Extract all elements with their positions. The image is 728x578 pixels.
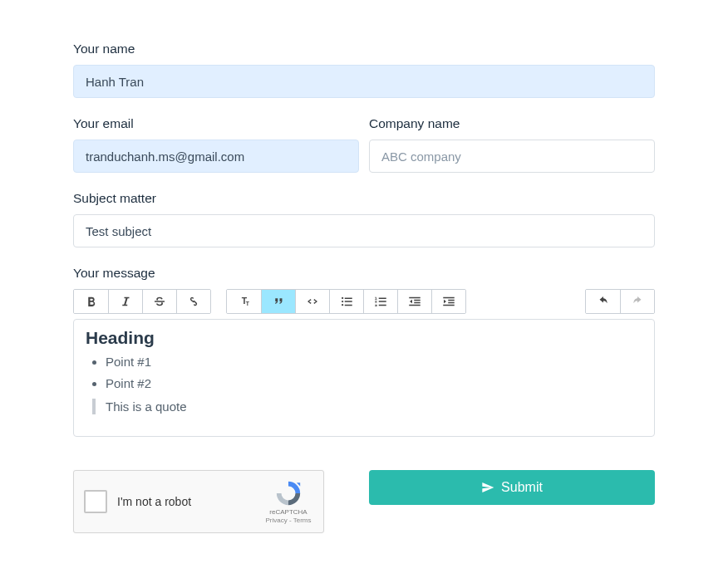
outdent-button[interactable] bbox=[397, 290, 431, 313]
strikethrough-button[interactable] bbox=[142, 290, 176, 313]
list-item: Point #1 bbox=[106, 351, 642, 373]
editor-heading: Heading bbox=[86, 328, 642, 348]
unordered-list-button[interactable] bbox=[329, 290, 363, 313]
name-label: Your name bbox=[73, 42, 655, 56]
email-input[interactable] bbox=[73, 140, 359, 173]
recaptcha-widget: I'm not a robot reCAPTCHA Privacy - Term… bbox=[73, 470, 324, 533]
name-input[interactable] bbox=[73, 65, 655, 98]
recaptcha-brand: reCAPTCHA Privacy - Terms bbox=[262, 479, 315, 524]
message-editor[interactable]: Heading Point #1 Point #2 This is a quot… bbox=[73, 319, 655, 437]
submit-button[interactable]: Submit bbox=[369, 470, 655, 505]
company-label: Company name bbox=[369, 116, 655, 131]
company-input[interactable] bbox=[369, 140, 655, 173]
recaptcha-checkbox[interactable] bbox=[84, 490, 107, 513]
editor-quote: This is a quote bbox=[92, 399, 642, 414]
undo-button[interactable] bbox=[586, 290, 620, 313]
quote-button[interactable] bbox=[261, 290, 295, 313]
indent-button[interactable] bbox=[431, 290, 465, 313]
link-button[interactable] bbox=[176, 290, 210, 313]
email-label: Your email bbox=[73, 116, 359, 131]
paper-plane-icon bbox=[481, 481, 494, 494]
code-button[interactable] bbox=[295, 290, 329, 313]
ordered-list-button[interactable] bbox=[363, 290, 397, 313]
message-label: Your message bbox=[73, 266, 655, 281]
recaptcha-label: I'm not a robot bbox=[117, 495, 262, 508]
subject-label: Subject matter bbox=[73, 191, 655, 206]
redo-button[interactable] bbox=[620, 290, 654, 313]
submit-label: Submit bbox=[501, 480, 543, 495]
subject-input[interactable] bbox=[73, 214, 655, 247]
list-item: Point #2 bbox=[106, 373, 642, 394]
bold-button[interactable] bbox=[74, 290, 108, 313]
italic-button[interactable] bbox=[108, 290, 142, 313]
heading-button[interactable]: TT bbox=[227, 290, 261, 313]
recaptcha-icon bbox=[274, 479, 303, 507]
editor-toolbar: TT bbox=[73, 289, 655, 314]
